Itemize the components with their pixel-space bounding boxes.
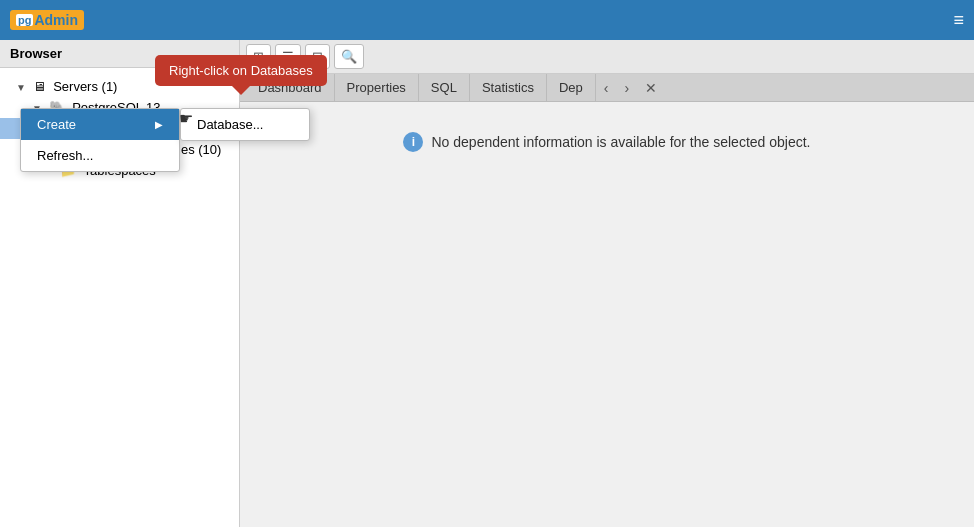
tab-dep[interactable]: Dep <box>547 74 596 101</box>
info-box: i No dependent information is available … <box>403 132 810 152</box>
pgadmin-logo: pgAdmin <box>10 10 84 30</box>
info-icon: i <box>403 132 423 152</box>
tab-statistics[interactable]: Statistics <box>470 74 547 101</box>
tab-prev-btn[interactable]: ‹ <box>596 76 617 100</box>
toolbar-btn-search[interactable]: 🔍 <box>334 44 364 69</box>
refresh-label: Refresh... <box>37 148 93 163</box>
logo-admin: Admin <box>34 12 78 28</box>
right-panel: ⊞ ☰ ⊟ 🔍 Dashboard Properties SQL Statist… <box>240 40 974 527</box>
logo-pg: pg <box>16 14 33 26</box>
tooltip: Right-click on Databases <box>155 55 327 86</box>
tooltip-text: Right-click on Databases <box>169 63 313 78</box>
database-label: Database... <box>197 117 264 132</box>
context-menu: Create ▶ Refresh... <box>20 108 180 172</box>
create-label: Create <box>37 117 76 132</box>
server-icon: 🖥 <box>33 79 46 94</box>
create-arrow: ▶ <box>155 119 163 130</box>
tab-bar: Dashboard Properties SQL Statistics Dep … <box>240 74 974 102</box>
submenu: Database... <box>180 108 310 141</box>
tree-arrow-servers: ▼ <box>16 82 26 93</box>
context-menu-item-refresh[interactable]: Refresh... <box>21 140 179 171</box>
right-content: i No dependent information is available … <box>240 102 974 527</box>
hamburger-icon[interactable]: ≡ <box>953 10 964 31</box>
context-menu-item-create[interactable]: Create ▶ <box>21 109 179 140</box>
tab-next-btn[interactable]: › <box>616 76 637 100</box>
tab-sql[interactable]: SQL <box>419 74 470 101</box>
submenu-item-database[interactable]: Database... <box>181 109 309 140</box>
app-logo: pgAdmin <box>10 10 84 30</box>
tree-label-servers: Servers (1) <box>53 79 117 94</box>
context-menu-container: Create ▶ Refresh... Database... <box>20 108 310 172</box>
info-text: No dependent information is available fo… <box>431 134 810 150</box>
topbar: pgAdmin ≡ <box>0 0 974 40</box>
right-toolbar: ⊞ ☰ ⊟ 🔍 <box>240 40 974 74</box>
tab-properties[interactable]: Properties <box>335 74 419 101</box>
tab-close-btn[interactable]: ✕ <box>637 76 665 100</box>
